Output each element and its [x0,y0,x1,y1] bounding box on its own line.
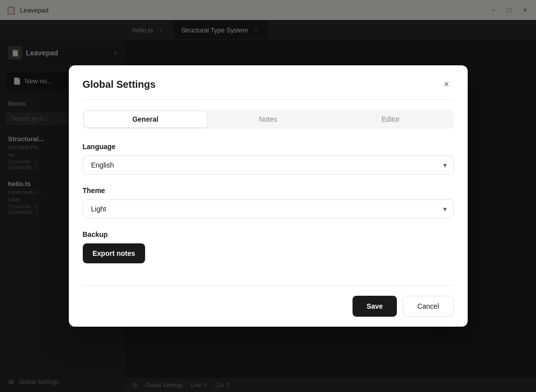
cancel-button[interactable]: Cancel [403,296,454,317]
theme-select-wrapper: Light Dark System [83,199,454,218]
backup-group: Backup Export notes [83,230,454,263]
export-notes-button[interactable]: Export notes [83,243,146,263]
tab-editor[interactable]: Editor [330,111,452,127]
modal-close-button[interactable]: × [440,77,454,91]
save-button[interactable]: Save [353,296,397,317]
language-select[interactable]: English Spanish French [83,156,454,175]
language-group: Language English Spanish French [83,143,454,175]
language-select-wrapper: English Spanish French [83,156,454,175]
tab-notes[interactable]: Notes [207,111,330,127]
modal-tabs: General Notes Editor [83,110,454,129]
language-label: Language [83,143,454,151]
tab-general[interactable]: General [84,111,207,127]
modal-title: Global Settings [83,79,156,90]
modal-header-divider [83,99,454,100]
settings-modal: Global Settings × General Notes Editor L… [69,65,468,327]
theme-select[interactable]: Light Dark System [83,199,454,218]
modal-overlay[interactable]: Global Settings × General Notes Editor L… [0,0,536,392]
backup-label: Backup [83,230,454,238]
theme-group: Theme Light Dark System [83,187,454,218]
modal-footer: Save Cancel [69,286,468,327]
modal-body: Language English Spanish French Theme Li… [69,133,468,285]
modal-header: Global Settings × [69,65,468,99]
theme-label: Theme [83,187,454,195]
